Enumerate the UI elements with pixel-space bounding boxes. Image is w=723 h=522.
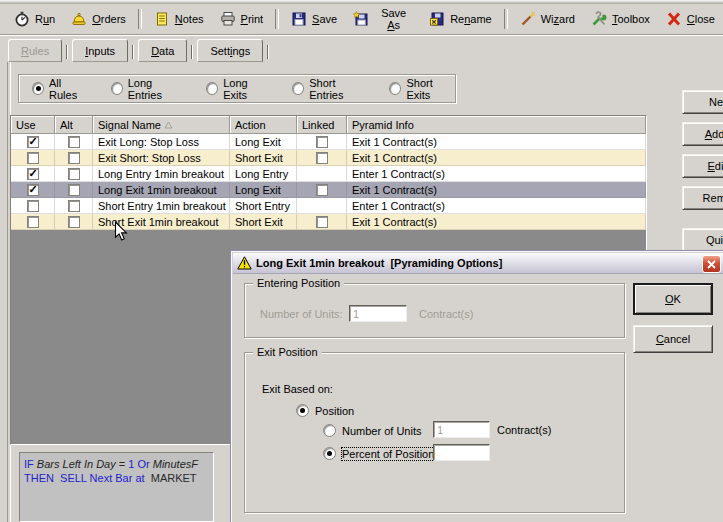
toolbar-notes-button[interactable]: Notes	[146, 8, 212, 30]
alt-cell	[55, 150, 93, 166]
radio-icon	[292, 82, 304, 95]
toolbar-separator	[275, 9, 279, 29]
ok-button[interactable]: OK	[633, 283, 713, 315]
alt-cell	[55, 166, 93, 182]
linked-checkbox[interactable]	[316, 184, 328, 196]
exit-position-group-title: Exit Position	[253, 346, 322, 358]
linked-checkbox[interactable]	[316, 136, 328, 148]
toolbar-run-button[interactable]: Run	[6, 8, 63, 30]
action-cell: Long Exit	[230, 182, 297, 198]
signal-name-cell: Long Entry 1min breakout	[93, 166, 230, 182]
use-checkbox[interactable]	[27, 200, 39, 212]
radio-label: Short Exits	[406, 77, 455, 101]
filter-short-exits-radio[interactable]: Short Exits	[389, 77, 455, 101]
pyramid-info-cell: Enter 1 Contract(s)	[347, 166, 646, 182]
alt-cell	[55, 198, 93, 214]
toolbar-save-as-button[interactable]: Save As	[345, 4, 421, 34]
action-cell: Long Exit	[230, 134, 297, 150]
toolbar-separator	[138, 9, 142, 29]
alt-checkbox[interactable]	[68, 184, 80, 196]
pyramiding-options-dialog: Long Exit 1min breakout [Pyramiding Opti…	[230, 250, 723, 522]
signal-name-cell: Exit Short: Stop Loss	[93, 150, 230, 166]
code-line: IF Bars Left In Day = 1 Or MinutesF	[24, 457, 213, 471]
use-checkbox[interactable]	[27, 184, 39, 196]
column-header-use[interactable]: Use	[11, 116, 55, 134]
exit-contracts-label: Contract(s)	[497, 424, 551, 436]
use-checkbox[interactable]	[27, 216, 39, 228]
column-header-label: Signal Name	[98, 119, 161, 131]
code-token: Bars Left In Day	[37, 458, 116, 470]
use-checkbox[interactable]	[27, 136, 39, 148]
column-header-signal-name[interactable]: Signal Name	[93, 116, 230, 134]
radio-icon	[389, 82, 401, 95]
rule-row-exit-short-stop-loss[interactable]: Exit Short: Stop LossShort ExitExit 1 Co…	[11, 150, 646, 166]
use-cell	[11, 198, 55, 214]
exit-number-of-units-radio[interactable]	[323, 424, 336, 437]
toolbar-print-button[interactable]: Print	[212, 8, 272, 30]
use-cell	[11, 134, 55, 150]
alt-checkbox[interactable]	[68, 216, 80, 228]
tab-inputs[interactable]: Inputs	[72, 39, 128, 62]
dialog-close-button[interactable]	[702, 255, 721, 273]
code-token: MinutesF	[153, 458, 198, 470]
position-radio[interactable]	[296, 404, 309, 417]
rule-row-short-exit-1min-breakout[interactable]: Short Exit 1min breakoutShort ExitExit 1…	[11, 214, 646, 230]
sort-ascending-icon	[164, 121, 173, 129]
tab-settings[interactable]: Settings	[197, 39, 263, 62]
column-header-label: Alt	[60, 119, 73, 131]
use-cell	[11, 182, 55, 198]
percent-of-position-input[interactable]	[433, 444, 490, 461]
linked-checkbox[interactable]	[316, 152, 328, 164]
column-header-action[interactable]: Action	[230, 116, 297, 134]
toolbar-close-button[interactable]: Close	[658, 8, 723, 30]
alt-checkbox[interactable]	[68, 168, 80, 180]
add-r-button[interactable]: Add R	[682, 122, 723, 146]
column-header-pyramid-info[interactable]: Pyramid Info	[347, 116, 646, 134]
rule-row-exit-long-stop-loss[interactable]: Exit Long: Stop LossLong ExitExit 1 Cont…	[11, 134, 646, 150]
rule-row-long-exit-1min-breakout[interactable]: Long Exit 1min breakoutLong ExitExit 1 C…	[11, 182, 646, 198]
column-header-linked[interactable]: Linked	[297, 116, 347, 134]
radio-label: All Rules	[49, 77, 89, 101]
quick-button[interactable]: Quick	[682, 228, 723, 252]
radio-label: Short Entries	[309, 77, 367, 101]
use-checkbox[interactable]	[27, 152, 39, 164]
toolbar-orders-button[interactable]: Orders	[63, 8, 134, 30]
percent-of-position-radio[interactable]	[323, 447, 336, 460]
rule-row-long-entry-1min-breakout[interactable]: Long Entry 1min breakoutLong EntryEnter …	[11, 166, 646, 182]
action-cell: Short Exit	[230, 150, 297, 166]
edit-i-button[interactable]: Edit I	[682, 154, 723, 178]
filter-all-rules-radio[interactable]: All Rules	[32, 77, 89, 101]
toolbar-toolbox-button[interactable]: Toolbox	[583, 8, 658, 30]
toolbar-rename-button[interactable]: Rename	[421, 8, 500, 30]
tab-label: Data	[151, 45, 174, 57]
radio-icon	[32, 82, 44, 95]
linked-cell	[297, 198, 347, 214]
toolbar-wizard-button[interactable]: Wizard	[512, 8, 583, 30]
filter-short-entries-radio[interactable]: Short Entries	[292, 77, 367, 101]
alt-checkbox[interactable]	[68, 136, 80, 148]
filter-long-entries-radio[interactable]: Long Entries	[111, 77, 185, 101]
radio-icon	[111, 82, 123, 95]
rule-row-short-entry-1min-breakout[interactable]: Short Entry 1min breakoutShort EntryEnte…	[11, 198, 646, 214]
column-header-label: Linked	[302, 119, 334, 131]
entering-position-group-title: Entering Position	[253, 277, 344, 289]
tab-divider	[66, 45, 67, 59]
cancel-button[interactable]: Cancel	[633, 325, 713, 353]
alt-checkbox[interactable]	[68, 152, 80, 164]
use-checkbox[interactable]	[27, 168, 39, 180]
column-header-alt[interactable]: Alt	[55, 116, 93, 134]
close-icon	[666, 11, 682, 27]
tab-rules[interactable]: Rules	[8, 39, 62, 62]
easylanguage-preview: IF Bars Left In Day = 1 Or MinutesFTHEN …	[19, 452, 214, 522]
dialog-titlebar[interactable]: Long Exit 1min breakout [Pyramiding Opti…	[233, 253, 723, 274]
alt-checkbox[interactable]	[68, 200, 80, 212]
column-header-label: Pyramid Info	[352, 119, 414, 131]
new-button[interactable]: New	[682, 90, 723, 114]
toolbar-save-button[interactable]: Save	[283, 8, 345, 30]
linked-cell	[297, 182, 347, 198]
toolbar-button-label: Toolbox	[612, 13, 650, 25]
linked-checkbox[interactable]	[316, 216, 328, 228]
tab-data[interactable]: Data	[138, 39, 187, 62]
filter-long-exits-radio[interactable]: Long Exits	[206, 77, 270, 101]
remov-button[interactable]: Remov	[682, 186, 723, 210]
